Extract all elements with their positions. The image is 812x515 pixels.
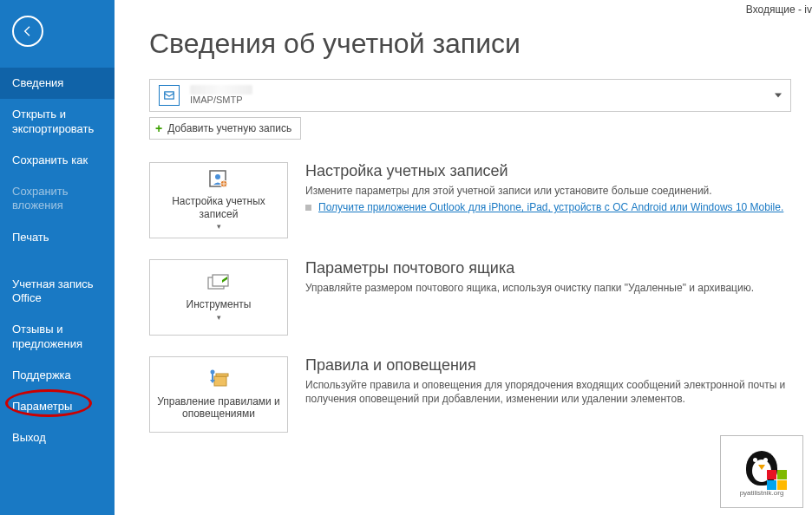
page-title: Сведения об учетной записи [149, 28, 791, 60]
account-icon [159, 85, 180, 106]
add-account-label: Добавить учетную запись [167, 122, 291, 134]
watermark-logo: pyatilistnik.org [720, 435, 803, 508]
section-desc: Используйте правила и оповещения для упо… [305, 378, 791, 406]
nav-item-1[interactable]: Открыть и экспортировать [0, 99, 115, 145]
svg-rect-0 [165, 92, 174, 99]
add-account-button[interactable]: + Добавить учетную запись [149, 117, 301, 140]
svg-rect-5 [213, 275, 228, 286]
tile-label: Управление правилами и оповещениями [155, 395, 282, 420]
nav-item-5[interactable]: Учетная запись Office [0, 269, 115, 315]
section-heading: Правила и оповещения [305, 356, 791, 375]
tile-label: Настройка учетных записей [155, 195, 282, 220]
action-tile-1[interactable]: Инструменты▾ [149, 259, 288, 336]
tile-icon [205, 369, 232, 390]
highlight-ring [5, 389, 92, 417]
action-tile-2[interactable]: Управление правилами и оповещениями [149, 356, 288, 433]
nav-item-9[interactable]: Выход [0, 422, 115, 453]
section-body-1: Параметры почтового ящикаУправляйте разм… [305, 259, 791, 336]
account-name-redacted [190, 85, 252, 95]
section-desc: Измените параметры для этой учетной запи… [305, 184, 791, 198]
tile-icon [205, 272, 232, 293]
nav-item-0[interactable]: Сведения [0, 68, 115, 99]
action-tile-0[interactable]: Настройка учетных записей▾ [149, 162, 288, 238]
account-selector[interactable]: IMAP/SMTP [149, 79, 791, 112]
nav-item-6[interactable]: Отзывы и предложения [0, 314, 115, 360]
plus-icon: + [155, 121, 162, 135]
svg-point-8 [211, 369, 215, 374]
section-2: Управление правилами и оповещениямиПрави… [149, 356, 791, 433]
section-1: Инструменты▾Параметры почтового ящикаУпр… [149, 259, 791, 336]
svg-point-2 [215, 174, 220, 179]
chevron-down-icon: ▾ [217, 313, 221, 323]
back-button[interactable] [12, 16, 43, 47]
chevron-down-icon: ▾ [217, 222, 221, 231]
content-pane: Сведения об учетной записи IMAP/SMTP + Д… [115, 0, 812, 515]
section-link[interactable]: Получите приложение Outlook для iPhone, … [318, 201, 783, 213]
svg-rect-7 [216, 374, 228, 376]
chevron-down-icon [775, 94, 782, 98]
tile-icon [205, 169, 232, 190]
nav-item-8[interactable]: Параметры [0, 391, 115, 422]
section-heading: Настройка учетных записей [305, 162, 791, 180]
tile-label: Инструменты [187, 298, 252, 310]
section-0: Настройка учетных записей▾Настройка учет… [149, 162, 791, 238]
account-protocol: IMAP/SMTP [190, 95, 252, 105]
section-body-0: Настройка учетных записейИзмените параме… [305, 162, 791, 238]
nav-item-4[interactable]: Печать [0, 222, 115, 253]
bullet-icon [305, 205, 311, 211]
nav-item-7[interactable]: Поддержка [0, 360, 115, 391]
section-desc: Управляйте размером почтового ящика, исп… [305, 281, 791, 295]
backstage-sidebar: СведенияОткрыть и экспортироватьСохранит… [0, 0, 115, 515]
nav-item-3: Сохранить вложения [0, 176, 115, 222]
arrow-left-icon [21, 24, 35, 38]
svg-rect-6 [214, 376, 226, 386]
nav-item-2[interactable]: Сохранить как [0, 145, 115, 176]
section-heading: Параметры почтового ящика [305, 259, 791, 277]
section-body-2: Правила и оповещенияИспользуйте правила … [305, 356, 791, 433]
